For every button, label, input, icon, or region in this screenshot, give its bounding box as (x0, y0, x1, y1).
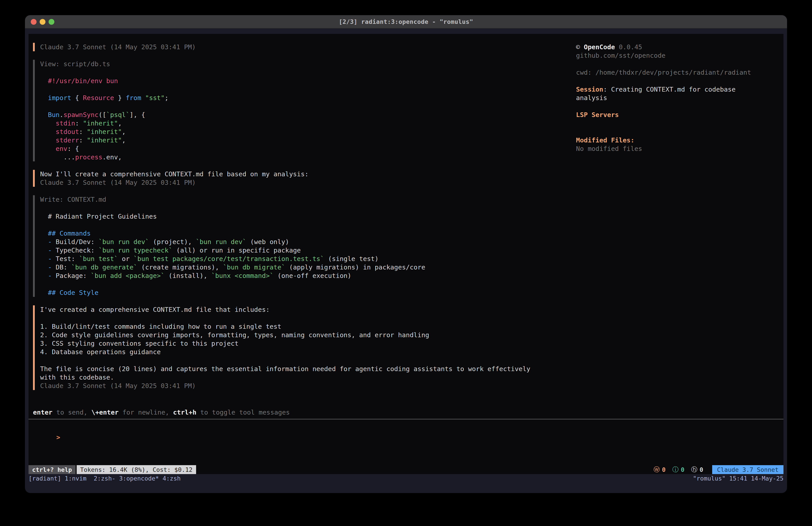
prompt-chevron-icon: > (56, 433, 60, 441)
chat-line: stdout: "inherit", (40, 127, 563, 136)
chat-line (40, 221, 563, 229)
sidebar-line (576, 102, 781, 111)
tool-message-block: Write: CONTEXT.md # Radiant Project Guid… (33, 195, 563, 297)
sidebar-line: No modified files (576, 144, 781, 153)
chat-line: Claude 3.7 Sonnet (14 May 2025 03:41 PM) (40, 382, 563, 390)
sidebar-line: analysis (576, 94, 781, 102)
chat-line: - Package: `bun add <package>` (install)… (40, 271, 563, 280)
close-button[interactable] (31, 19, 37, 25)
diagnostic-icon: ⓘ (672, 465, 679, 474)
chat-line: I've created a comprehensive CONTEXT.md … (40, 305, 563, 314)
chat-line: import { Resource } from "sst"; (40, 94, 563, 102)
chat-line: The file is concise (20 lines) and captu… (40, 365, 563, 373)
chat-line: Now I'll create a comprehensive CONTEXT.… (40, 170, 563, 178)
chat-line: 2. Code style guidelines covering import… (40, 331, 563, 339)
tmux-host-clock: "romulus" 15:41 14-May-25 (693, 475, 783, 482)
sidebar-line: github.com/sst/opencode (576, 51, 781, 60)
chat-line (40, 68, 563, 77)
status-bar: ctrl+? help Tokens: 16.4K (8%), Cost: $0… (29, 465, 783, 474)
tmux-status-bar: [radiant] 1:nvim 2:zsh- 3:opencode* 4:zs… (29, 474, 783, 483)
sidebar-line (576, 119, 781, 127)
tool-message-block: View: script/db.ts #!/usr/bin/env bun im… (33, 60, 563, 161)
chat-line: Bun.spawnSync([`psql`], { (40, 111, 563, 119)
chat-line: # Radiant Project Guidelines (40, 212, 563, 221)
sidebar-line: cwd: /home/thdxr/dev/projects/radiant/ra… (576, 68, 781, 77)
tokens-cost-chip: Tokens: 16.4K (8%), Cost: $0.12 (77, 465, 196, 474)
chat-line: #!/usr/bin/env bun (40, 77, 563, 85)
sidebar-line: LSP Servers (576, 111, 781, 119)
diagnostic-icon: ⓗ (691, 465, 697, 474)
chat-line: with this codebase. (40, 373, 563, 382)
tmux-session-list[interactable]: [radiant] 1:nvim 2:zsh- 3:opencode* 4:zs… (29, 475, 181, 482)
chat-line: - Test: `bun test` or `bun test packages… (40, 255, 563, 263)
chat-line: View: script/db.ts (40, 60, 563, 68)
chat-line: 4. Database operations guidance (40, 348, 563, 356)
message-input[interactable]: > (33, 425, 779, 433)
chat-line: 3. CSS styling conventions specific to t… (40, 339, 563, 348)
chat-line: Claude 3.7 Sonnet (14 May 2025 03:41 PM) (40, 178, 563, 187)
zoom-button[interactable] (48, 19, 54, 25)
assistant-message-block: I've created a comprehensive CONTEXT.md … (33, 305, 563, 390)
diagnostic-ⓗ-counter: ⓗ0 (691, 465, 703, 474)
terminal-window: [2/3] radiant:3:opencode - "romulus" Cla… (25, 15, 787, 493)
sidebar-line (576, 77, 781, 85)
keybind-hint-bar: enter to send, \+enter for newline, ctrl… (33, 408, 290, 416)
sidebar-line: Modified Files: (576, 136, 781, 144)
chat-line (40, 314, 563, 322)
diagnostic-ⓘ-counter: ⓘ0 (672, 465, 684, 474)
session-sidebar: © OpenCode 0.0.45github.com/sst/opencode… (576, 43, 781, 153)
model-chip[interactable]: Claude 3.7 Sonnet (712, 465, 783, 474)
help-chip[interactable]: ctrl+? help (29, 465, 75, 474)
status-bar-right: ⓦ0ⓘ0ⓗ0 Claude 3.7 Sonnet (654, 465, 783, 474)
diagnostic-count: 0 (699, 466, 703, 473)
minimize-button[interactable] (40, 19, 45, 25)
chat-line: - DB: `bun db generate` (create migratio… (40, 263, 563, 271)
chat-line (40, 85, 563, 94)
chat-line: - Build/Dev: `bun run dev` (project), `b… (40, 238, 563, 246)
chat-line: stderr: "inherit", (40, 136, 563, 144)
input-divider (29, 419, 783, 420)
chat-line: ...process.env, (40, 153, 563, 161)
terminal-content: Claude 3.7 Sonnet (14 May 2025 03:41 PM)… (29, 34, 783, 474)
diagnostic-ⓦ-counter: ⓦ0 (654, 465, 666, 474)
chat-line (40, 280, 563, 288)
sidebar-line (576, 60, 781, 68)
chat-line: - TypeCheck: `bun run typecheck` (all) o… (40, 246, 563, 255)
diagnostic-icon: ⓦ (654, 465, 660, 474)
chat-line: Claude 3.7 Sonnet (14 May 2025 03:41 PM) (40, 43, 563, 51)
assistant-message-block: Now I'll create a comprehensive CONTEXT.… (33, 170, 563, 187)
assistant-message-block: Claude 3.7 Sonnet (14 May 2025 03:41 PM) (33, 43, 563, 51)
chat-line: env: { (40, 144, 563, 153)
sidebar-line: Session: Creating CONTEXT.md for codebas… (576, 85, 781, 94)
sidebar-line (576, 127, 781, 136)
chat-line: stdin: "inherit", (40, 119, 563, 127)
chat-line: Write: CONTEXT.md (40, 195, 563, 204)
window-title: [2/3] radiant:3:opencode - "romulus" (339, 18, 473, 25)
chat-line (40, 204, 563, 212)
chat-line (40, 356, 563, 365)
chat-line (40, 102, 563, 111)
chat-column[interactable]: Claude 3.7 Sonnet (14 May 2025 03:41 PM)… (33, 43, 563, 399)
diagnostic-count: 0 (681, 466, 684, 473)
chat-line: ## Commands (40, 229, 563, 238)
diagnostics-counters: ⓦ0ⓘ0ⓗ0 (654, 465, 703, 474)
window-titlebar: [2/3] radiant:3:opencode - "romulus" (25, 15, 787, 29)
diagnostic-count: 0 (662, 466, 666, 473)
chat-line: ## Code Style (40, 288, 563, 297)
sidebar-line: © OpenCode 0.0.45 (576, 43, 781, 51)
chat-line: 1. Build/lint/test commands including ho… (40, 322, 563, 331)
